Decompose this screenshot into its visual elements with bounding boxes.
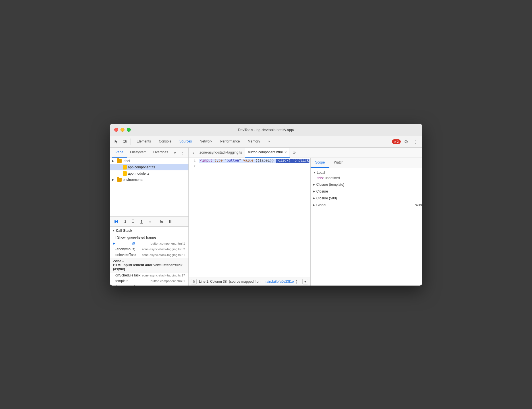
- code-line-2: 2: [189, 164, 310, 169]
- tab-network[interactable]: Network: [196, 136, 216, 147]
- tree-label-environments: environments: [123, 178, 186, 182]
- editor-tab-close[interactable]: ×: [284, 150, 287, 154]
- scope-section-closure-580-header[interactable]: ▶ Closure (580): [313, 195, 422, 201]
- callstack-row-i0[interactable]: i0 button.component.html:1: [110, 241, 188, 246]
- tab-memory[interactable]: Memory: [244, 136, 264, 147]
- debug-resume-button[interactable]: [112, 218, 120, 226]
- status-line-col: Line 1, Column 38: [199, 280, 226, 284]
- scope-section-local-header[interactable]: ▼ Local: [313, 170, 422, 175]
- svg-rect-1: [126, 141, 127, 142]
- editor-tab-button[interactable]: button.component.html ×: [245, 148, 290, 158]
- callstack-row-invoketask1[interactable]: onInvokeTask zone-async-stack-tagging.ts…: [110, 252, 188, 258]
- scope-local-arrow: ▼: [313, 171, 316, 174]
- scope-section-closure: ▶ Closure: [311, 188, 422, 195]
- ignore-frames-checkbox[interactable]: [112, 236, 115, 239]
- debug-stepover-button[interactable]: [120, 218, 128, 226]
- scope-closure-template-label: Closure (template): [316, 183, 344, 187]
- tab-console[interactable]: Console: [155, 136, 175, 147]
- tab-performance[interactable]: Performance: [216, 136, 244, 147]
- callstack-loc-anon1: zone-async-stack-tagging.ts:32: [142, 247, 185, 251]
- editor-tab-zone[interactable]: zone-async-stack-tagging.ts: [197, 148, 245, 158]
- call-stack-panel: ▼ Call Stack Show ignore-listed frames i…: [110, 227, 188, 286]
- tree-item-app-component[interactable]: app.component.ts: [110, 164, 188, 170]
- scope-section-global: ▶ Global Window: [311, 202, 422, 208]
- maximize-button[interactable]: [127, 128, 131, 132]
- title-bar: DevTools - ng-devtools.netlify.app/: [110, 124, 422, 136]
- debug-stepinto-button[interactable]: [129, 218, 137, 226]
- scope-tab-watch[interactable]: Watch: [329, 158, 348, 168]
- tree-item-environments-folder[interactable]: ▶ environments: [110, 177, 188, 183]
- status-arrow-btn[interactable]: ▼: [302, 279, 308, 284]
- tree-item-app-module[interactable]: app.module.ts: [110, 170, 188, 177]
- code-editor[interactable]: 1 <input type="button" value={{label}} (…: [189, 158, 310, 278]
- callstack-row-template[interactable]: template button.component.html:1: [110, 278, 188, 284]
- main-tab-list: Elements Console Sources Network Perform…: [133, 136, 274, 147]
- scope-tab-scope[interactable]: Scope: [311, 158, 329, 168]
- subtab-overrides[interactable]: Overrides: [150, 148, 171, 158]
- scope-section-closure-header[interactable]: ▶ Closure: [313, 189, 422, 194]
- code-line-1: 1 <input type="button" value={{label}} (…: [189, 158, 310, 164]
- format-button[interactable]: {}: [191, 279, 197, 284]
- callstack-loc-anon2: zone-async-stack-tagging.ts:32: [142, 285, 185, 286]
- scope-closure-arrow: ▶: [313, 190, 315, 193]
- left-panel: Page Filesystem Overrides » ⋮ ▶ label: [110, 148, 189, 286]
- callstack-row-scheduletask1[interactable]: onScheduleTask zone-async-stack-tagging.…: [110, 272, 188, 278]
- right-main: 1 <input type="button" value={{label}} (…: [189, 158, 422, 286]
- debug-stepout-button[interactable]: [138, 218, 146, 226]
- error-badge[interactable]: ✕ 2: [392, 139, 401, 144]
- call-stack-header[interactable]: ▼ Call Stack: [110, 227, 188, 234]
- scope-section-local: ▼ Local this : undefined: [311, 169, 422, 181]
- devtools-window: DevTools - ng-devtools.netlify.app/ Elem…: [110, 124, 422, 286]
- scope-key-this: this: [317, 176, 323, 180]
- code-content-1: <input type="button" value={{label}} (cl…: [199, 159, 310, 163]
- cursor-tool-button[interactable]: [112, 137, 120, 146]
- status-bar: {} Line 1, Column 38 (source mapped from…: [189, 278, 310, 286]
- tree-item-label-folder[interactable]: ▶ label: [110, 158, 188, 164]
- scope-closure-template-arrow: ▶: [313, 183, 315, 186]
- minimize-button[interactable]: [120, 128, 124, 132]
- subtab-menu[interactable]: ⋮: [179, 149, 186, 156]
- status-source-map-link[interactable]: main.fa8bfa0e23f1e: [264, 280, 294, 284]
- file-tree: ▶ label app.component.ts app.module.ts: [110, 158, 188, 216]
- callstack-name-scheduletask1: onScheduleTask: [115, 273, 140, 277]
- tab-more[interactable]: »: [264, 136, 274, 147]
- more-options-button[interactable]: ⋮: [412, 137, 420, 146]
- callstack-row-anon1[interactable]: (anonymous) zone-async-stack-tagging.ts:…: [110, 246, 188, 252]
- window-title: DevTools - ng-devtools.netlify.app/: [238, 128, 294, 132]
- scope-tabs: Scope Watch: [311, 158, 422, 168]
- svg-rect-5: [117, 220, 118, 223]
- tree-arrow-environments: ▶: [112, 178, 116, 181]
- folder-icon-label: [117, 159, 122, 163]
- scope-closure-label: Closure: [316, 189, 328, 193]
- device-toolbar-button[interactable]: [120, 137, 129, 146]
- traffic-lights: [114, 128, 131, 132]
- callstack-loc-i0: button.component.html:1: [151, 242, 185, 245]
- error-icon: ✕: [394, 140, 396, 143]
- callstack-loc-scheduletask1: zone-async-stack-tagging.ts:17: [142, 274, 185, 277]
- editor-more-tabs[interactable]: »: [291, 149, 298, 156]
- editor-nav-back[interactable]: ‹: [190, 149, 197, 156]
- callstack-name-anon1: (anonymous): [115, 247, 135, 251]
- scope-section-closure-template-header[interactable]: ▶ Closure (template): [313, 182, 422, 187]
- debug-pause-button[interactable]: [166, 218, 174, 226]
- callstack-row-anon2[interactable]: (anonymous) zone-async-stack-tagging.ts:…: [110, 284, 188, 286]
- subtab-more[interactable]: »: [171, 150, 178, 155]
- toolbar-divider-1: [130, 139, 130, 145]
- subtab-filesystem[interactable]: Filesystem: [127, 148, 150, 158]
- scope-content: ▼ Local this : undefined: [311, 168, 422, 286]
- file-icon-ts-app-component: [123, 165, 127, 170]
- callstack-name-i0: i0: [132, 241, 135, 245]
- scope-section-global-header[interactable]: ▶ Global Window: [313, 202, 422, 208]
- callstack-loc-invoketask1: zone-async-stack-tagging.ts:31: [142, 253, 185, 257]
- close-button[interactable]: [114, 128, 118, 132]
- debug-step-button[interactable]: [146, 218, 154, 226]
- subtab-page[interactable]: Page: [112, 148, 127, 158]
- tab-elements[interactable]: Elements: [133, 136, 155, 147]
- line-number-1: 1: [189, 159, 199, 162]
- status-source-map-text: (source mapped from: [229, 280, 261, 284]
- editor-tab-zone-label: zone-async-stack-tagging.ts: [200, 150, 242, 154]
- settings-button[interactable]: ⚙: [402, 137, 410, 146]
- debug-deactivate-button[interactable]: [158, 218, 166, 226]
- tab-sources[interactable]: Sources: [175, 136, 196, 147]
- svg-marker-9: [132, 222, 134, 223]
